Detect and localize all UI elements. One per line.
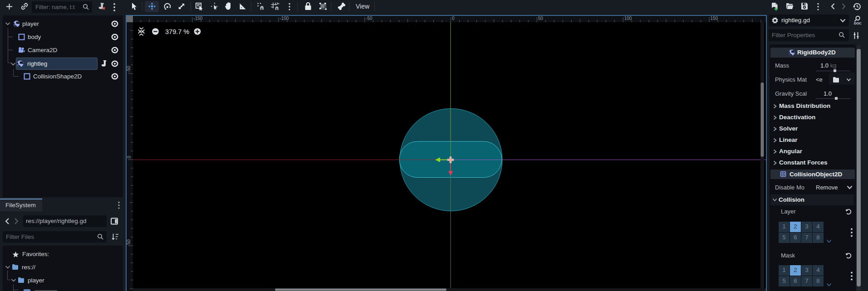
svg-text:0: 0 <box>127 156 132 159</box>
svg-text:-50: -50 <box>127 66 132 73</box>
svg-text:-100: -100 <box>280 16 289 21</box>
svg-text:50: 50 <box>127 239 132 245</box>
svg-text:150: 150 <box>711 16 718 21</box>
svg-text:100: 100 <box>624 16 632 21</box>
svg-text:0: 0 <box>452 16 455 21</box>
svg-text:379.7 %: 379.7 % <box>165 28 189 35</box>
svg-text:-50: -50 <box>366 16 373 21</box>
svg-text:DOC: DOC <box>854 21 861 25</box>
svg-text:50: 50 <box>538 16 544 21</box>
svg-text:-150: -150 <box>193 16 202 21</box>
